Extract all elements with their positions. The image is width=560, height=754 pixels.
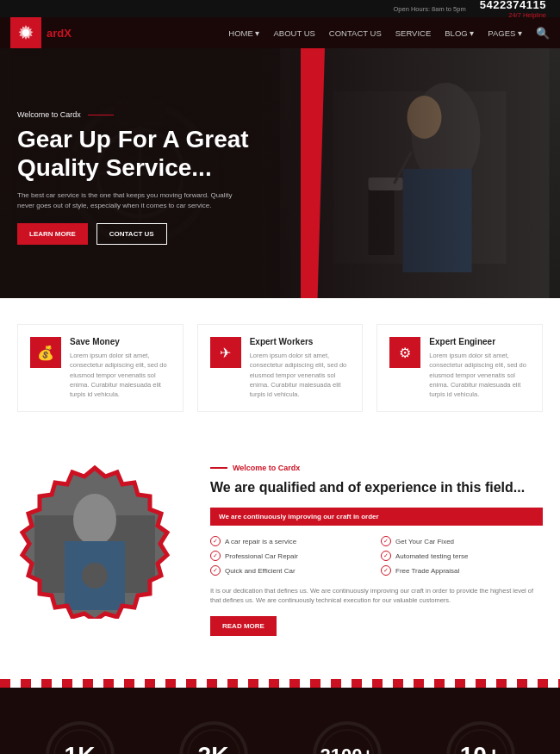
stat-ring-1: 2K HAPPY CLIENTS [151, 705, 276, 754]
feature-title-expert-workers: Expert Workers [250, 337, 351, 346]
check-icon-2: ✓ [210, 551, 221, 561]
top-info-bar: Open Hours: 8am to 5pm 5422374115 24/7 H… [0, 0, 560, 17]
stats-grid: 1K PROJECT DONE 2K HAPPY CLIENTS [17, 696, 543, 754]
stat-awards: 10+ AWARDS WINNING [418, 705, 543, 754]
stat-ring-2: 2100+ PROFESSIONAL WORKERS [284, 705, 409, 754]
open-hours-text: Open Hours: 8am to 5pm [393, 5, 465, 13]
check-icon-5: ✓ [381, 565, 391, 576]
about-description: It is our dedication that defines us. We… [210, 586, 543, 606]
hero-content: Welcome to Cardx Gear Up For A Great Qua… [0, 48, 308, 298]
helpline-text: 24/7 Helpline [508, 11, 546, 19]
stat-number-1: 2K [198, 744, 229, 754]
check-item-2: ✓ Professional Car Repair [210, 551, 372, 561]
phone-number: 5422374115 [480, 0, 546, 11]
features-grid: 💰 Save Money Lorem ipsum dolor sit amet,… [17, 324, 543, 412]
about-checklist: ✓ A car repair is a service ✓ Get Your C… [210, 536, 543, 576]
nav-pages[interactable]: PAGES ▾ [488, 28, 522, 38]
hero-title: Gear Up For A Great Quality Service... [17, 126, 291, 181]
logo-area: ardX [10, 17, 77, 48]
learn-more-button[interactable]: LEARN MORE [17, 223, 88, 245]
nav-service[interactable]: SERVICE [395, 28, 432, 38]
hero-buttons: LEARN MORE CONTACT US [17, 223, 291, 245]
stat-number-2: 2100+ [320, 746, 374, 754]
check-icon-4: ✓ [210, 565, 221, 576]
expert-workers-icon: ✈ [210, 337, 241, 368]
check-item-1: ✓ Get Your Car Fixed [381, 536, 543, 546]
feature-content: Expert Engineer Lorem ipsum dolor sit am… [429, 337, 530, 399]
about-section: Welcome to Cardx We are qualified and of… [0, 438, 560, 679]
read-more-button[interactable]: READ MORE [210, 616, 277, 636]
expert-engineer-icon: ⚙ [389, 337, 420, 368]
feature-content: Save Money Lorem ipsum dolor sit amet, c… [70, 337, 171, 399]
check-icon-1: ✓ [381, 536, 391, 546]
hero-section: Welcome to Cardx Gear Up For A Great Qua… [0, 48, 560, 298]
about-title: We are qualified and of experience in th… [210, 479, 543, 497]
svg-point-23 [82, 563, 108, 589]
features-section: 💰 Save Money Lorem ipsum dolor sit amet,… [0, 298, 560, 438]
gear-shape-svg [17, 464, 172, 619]
nav-blog[interactable]: BLOG ▾ [445, 28, 474, 38]
feature-title-save-money: Save Money [70, 337, 171, 346]
save-money-icon: 💰 [30, 337, 61, 368]
stat-ring-3: 10+ AWARDS WINNING [418, 705, 543, 754]
stat-happy-clients: 2K HAPPY CLIENTS [151, 705, 276, 754]
check-item-5: ✓ Free Trade Appraisal [381, 565, 543, 576]
svg-point-21 [73, 494, 116, 545]
about-tag: Welcome to Cardx [210, 464, 543, 472]
stat-professional-workers: 2100+ PROFESSIONAL WORKERS [284, 705, 409, 754]
stat-visual-2: 2100+ [308, 717, 386, 754]
stats-section: 1K PROJECT DONE 2K HAPPY CLIENTS [0, 679, 560, 754]
logo-brand: ardX [41, 27, 77, 40]
nav-links: HOME ▾ ABOUT US CONTACT US SERVICE BLOG … [228, 27, 550, 40]
check-item-0: ✓ A car repair is a service [210, 536, 372, 546]
about-banner: We are continuously improving our craft … [210, 508, 543, 526]
gear-image [17, 464, 172, 619]
about-content: Welcome to Cardx We are qualified and of… [210, 464, 543, 635]
contact-us-button[interactable]: CONTACT US [96, 223, 167, 245]
search-icon[interactable]: 🔍 [536, 27, 550, 40]
check-item-4: ✓ Quick and Efficient Car [210, 565, 372, 576]
stat-visual-1: 2K [175, 717, 252, 754]
stat-project-done: 1K PROJECT DONE [17, 705, 142, 754]
nav-about[interactable]: ABOUT US [273, 28, 314, 38]
about-image-wrap [17, 464, 190, 653]
feature-card-expert-workers: ✈ Expert Workers Lorem ipsum dolor sit a… [197, 324, 364, 412]
check-icon-3: ✓ [381, 551, 391, 561]
feature-text-expert-engineer: Lorem ipsum dolor sit amet, consectetur … [429, 351, 530, 399]
stat-visual-3: 10+ [442, 717, 520, 754]
checker-top [0, 679, 560, 688]
check-item-3: ✓ Automated testing terse [381, 551, 543, 561]
feature-card-save-money: 💰 Save Money Lorem ipsum dolor sit amet,… [17, 324, 184, 412]
stat-ring-0: 1K PROJECT DONE [17, 705, 142, 754]
stat-number-0: 1K [65, 744, 96, 754]
nav-home[interactable]: HOME ▾ [228, 28, 259, 38]
nav-contact[interactable]: CONTACT US [329, 28, 382, 38]
logo-box [10, 17, 41, 48]
main-nav: ardX HOME ▾ ABOUT US CONTACT US SERVICE … [0, 17, 560, 48]
feature-title-expert-engineer: Expert Engineer [429, 337, 530, 346]
feature-card-expert-engineer: ⚙ Expert Engineer Lorem ipsum dolor sit … [376, 324, 543, 412]
stat-visual-0: 1K [41, 717, 119, 754]
feature-text-save-money: Lorem ipsum dolor sit amet, consectetur … [70, 351, 171, 399]
stat-number-3: 10+ [460, 744, 501, 754]
check-icon-0: ✓ [210, 536, 221, 546]
feature-text-expert-workers: Lorem ipsum dolor sit amet, consectetur … [250, 351, 351, 399]
feature-content: Expert Workers Lorem ipsum dolor sit ame… [250, 337, 351, 399]
hero-description: The best car service is the one that kee… [17, 190, 241, 211]
hero-welcome-text: Welcome to Cardx [17, 110, 291, 119]
gear-logo-icon [17, 24, 34, 41]
